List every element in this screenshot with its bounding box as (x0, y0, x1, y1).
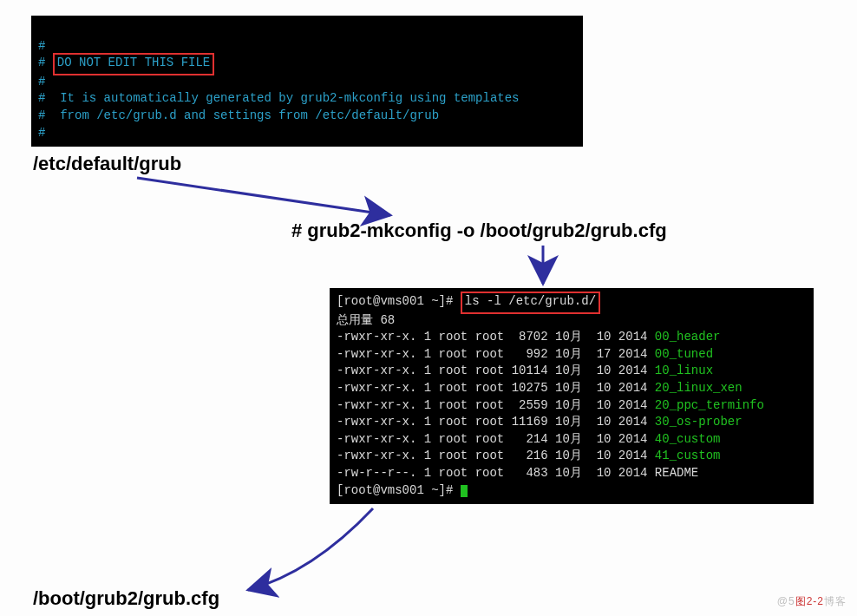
watermark: @5图2-2博客 (777, 594, 847, 609)
do-not-edit-highlight: DO NOT EDIT THIS FILE (53, 53, 214, 75)
svg-line-0 (137, 178, 390, 215)
watermark-suffix: 博客 (824, 595, 847, 607)
watermark-prefix: @5 (777, 595, 795, 607)
ls-command-highlight: ls -l /etc/grub.d/ (461, 292, 600, 314)
comment-line: # (38, 39, 45, 53)
label-mkconfig-command: # grub2-mkconfig -o /boot/grub2/grub.cfg (291, 220, 667, 242)
label-boot-grub-cfg: /boot/grub2/grub.cfg (33, 587, 219, 610)
cursor-icon (461, 485, 468, 497)
comment-line: # (38, 75, 45, 88)
watermark-figure-number: 图2-2 (795, 595, 824, 607)
comment-line: # (38, 56, 53, 69)
comment-line: # (38, 126, 45, 140)
comment-line: # from /etc/grub.d and settings from /et… (38, 108, 439, 122)
terminal-grub-cfg-header: # # DO NOT EDIT THIS FILE # # It is auto… (31, 16, 583, 147)
comment-line: # It is automatically generated by grub2… (38, 91, 520, 105)
label-etc-default-grub: /etc/default/grub (33, 153, 181, 175)
terminal-ls-grub-d: [root@vms001 ~]# ls -l /etc/grub.d/ 总用量 … (330, 288, 814, 504)
